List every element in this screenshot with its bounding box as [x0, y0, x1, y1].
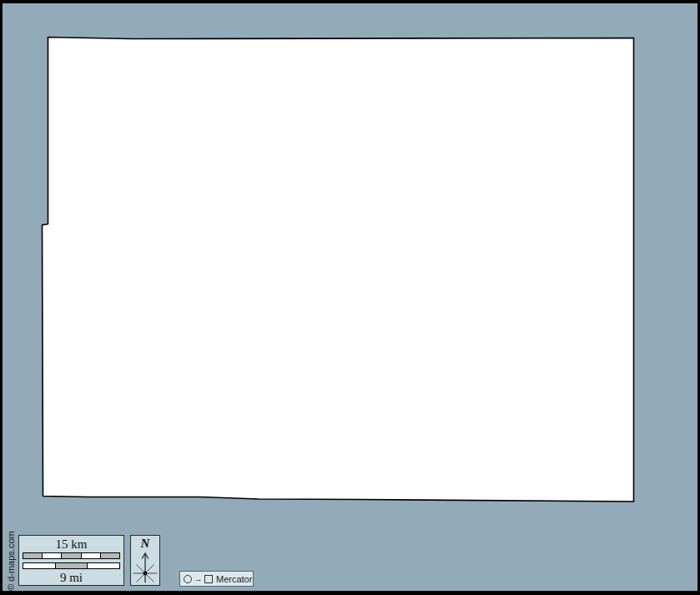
scale-km-label: 15 km: [56, 537, 88, 551]
region-outline-map: [3, 3, 697, 591]
image-frame: 15 km 9 mi N: [0, 0, 700, 595]
scale-bar-box: 15 km 9 mi: [18, 535, 124, 586]
compass-rose-icon: [131, 551, 159, 584]
scale-bar-mi: [23, 562, 120, 569]
map-canvas: 15 km 9 mi N: [3, 3, 697, 591]
scale-segment: [56, 563, 88, 568]
sphere-circle-icon: [184, 575, 192, 583]
arrow-right-icon: →: [194, 574, 203, 583]
copyright-text: © d-maps.com: [6, 531, 16, 591]
scale-segment: [43, 553, 62, 558]
scale-mi-label: 9 mi: [60, 571, 83, 584]
north-arrow-box: N: [130, 535, 160, 586]
scale-segment: [82, 553, 101, 558]
scale-segment: [23, 553, 43, 558]
flat-square-icon: [204, 575, 213, 583]
scale-bar-km: [23, 552, 120, 559]
scale-segment: [101, 553, 119, 558]
scale-segment: [88, 563, 119, 568]
region-shape: [43, 38, 634, 502]
scale-segment: [62, 553, 81, 558]
projection-label: Mercator: [216, 574, 252, 584]
north-label: N: [141, 537, 150, 551]
scale-segment: [23, 563, 56, 568]
projection-box: → Mercator: [179, 571, 254, 587]
